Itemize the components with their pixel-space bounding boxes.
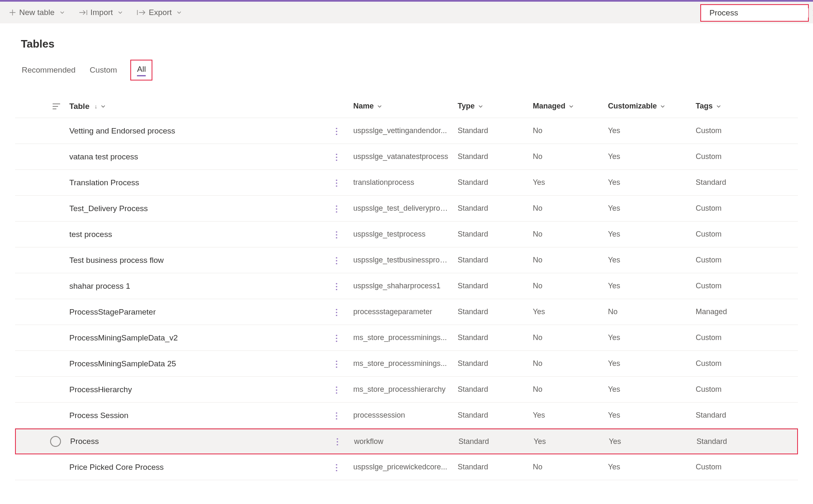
cell-table[interactable]: test process⋮ (69, 230, 353, 239)
column-header-managed[interactable]: Managed (533, 102, 608, 111)
table-row[interactable]: ProcessMiningSampleData_v2⋮ms_store_proc… (15, 325, 798, 351)
export-icon (137, 10, 145, 15)
tab-all[interactable]: All (130, 60, 152, 81)
row-more-button[interactable]: ⋮ (332, 229, 341, 239)
table-row[interactable]: Process Session⋮processsessionStandardYe… (15, 403, 798, 428)
tab-list: Recommended Custom All (21, 60, 798, 81)
tab-custom[interactable]: Custom (89, 63, 118, 77)
cell-table[interactable]: ProcessStageParameter⋮ (69, 307, 353, 317)
row-select-radio[interactable] (50, 436, 61, 447)
row-more-button[interactable]: ⋮ (332, 152, 341, 162)
tab-all-label: All (137, 65, 146, 73)
cell-table[interactable]: ProcessHierarchy⋮ (69, 385, 353, 394)
chevron-down-icon (660, 104, 665, 109)
chevron-down-icon (569, 104, 574, 109)
grid-body: Vetting and Endorsed process⋮uspsslge_ve… (15, 118, 798, 480)
row-more-button[interactable]: ⋮ (332, 126, 341, 136)
table-row[interactable]: shahar process 1⋮uspsslge_shaharprocess1… (15, 273, 798, 299)
grid-header-row: Table ↓ Name Type Managed Customizable (15, 95, 798, 118)
table-row[interactable]: Vetting and Endorsed process⋮uspsslge_ve… (15, 118, 798, 144)
column-header-type[interactable]: Type (458, 102, 533, 111)
cell-tags: Custom (696, 152, 790, 161)
cell-type: Standard (458, 256, 533, 265)
cell-table[interactable]: vatana test process⋮ (69, 152, 353, 161)
cell-managed: No (533, 256, 608, 265)
cell-table[interactable]: Test_Delivery Process⋮ (69, 204, 353, 213)
command-bar: New table Import Export (0, 0, 813, 23)
column-header-table[interactable]: Table ↓ (69, 102, 353, 111)
cell-customizable: Yes (608, 411, 696, 420)
row-more-button[interactable]: ⋮ (332, 462, 341, 472)
table-row[interactable]: Price Picked Core Process⋮uspsslge_price… (15, 454, 798, 480)
column-header-tags[interactable]: Tags (696, 102, 790, 111)
cell-table-label: ProcessStageParameter (69, 307, 156, 317)
chevron-down-icon (177, 10, 182, 15)
column-header-index[interactable] (15, 103, 69, 109)
row-more-button[interactable]: ⋮ (333, 436, 342, 446)
cell-table[interactable]: ProcessMiningSampleData 25⋮ (69, 359, 353, 368)
cell-table[interactable]: Process⋮ (70, 437, 354, 446)
cell-managed: Yes (533, 411, 608, 420)
row-more-button[interactable]: ⋮ (332, 255, 341, 265)
table-row[interactable]: Test business process flow⋮uspsslge_test… (15, 247, 798, 273)
cell-table[interactable]: Process Session⋮ (69, 411, 353, 420)
table-row[interactable]: test process⋮uspsslge_testprocessStandar… (15, 222, 798, 247)
cell-name: uspsslge_pricewickedcore... (353, 463, 458, 471)
row-more-button[interactable]: ⋮ (332, 385, 341, 395)
table-row[interactable]: ProcessMiningSampleData 25⋮ms_store_proc… (15, 351, 798, 377)
tab-recommended[interactable]: Recommended (21, 63, 76, 77)
search-box[interactable] (700, 4, 809, 22)
new-table-button[interactable]: New table (6, 5, 68, 20)
row-more-button[interactable]: ⋮ (332, 333, 341, 343)
cell-table[interactable]: Price Picked Core Process⋮ (69, 463, 353, 472)
cell-table[interactable]: Translation Process⋮ (69, 178, 353, 187)
column-header-customizable[interactable]: Customizable (608, 102, 696, 111)
list-icon (53, 103, 60, 109)
cell-customizable: Yes (608, 282, 696, 290)
row-more-button[interactable]: ⋮ (332, 281, 341, 291)
chevron-down-icon (478, 104, 483, 109)
cell-name: processstageparameter (353, 307, 458, 316)
row-more-button[interactable]: ⋮ (332, 411, 341, 421)
cell-name: uspsslge_test_deliveryproc... (353, 204, 458, 213)
row-more-button[interactable]: ⋮ (332, 178, 341, 188)
cell-name: ms_store_processhierarchy (353, 385, 458, 394)
cell-name: workflow (354, 437, 458, 446)
cell-managed: No (533, 359, 608, 368)
cell-type: Standard (458, 333, 533, 342)
row-more-button[interactable]: ⋮ (332, 359, 341, 369)
cell-tags: Custom (696, 126, 790, 135)
table-row[interactable]: vatana test process⋮uspsslge_vatanatestp… (15, 144, 798, 170)
row-select-cell[interactable] (16, 436, 70, 447)
table-row[interactable]: ProcessStageParameter⋮processstageparame… (15, 299, 798, 325)
cell-name: uspsslge_vatanatestprocess (353, 152, 458, 161)
cell-table-label: Process Session (69, 411, 129, 420)
import-button[interactable]: Import (76, 5, 127, 20)
cell-table[interactable]: ProcessMiningSampleData_v2⋮ (69, 333, 353, 343)
table-row[interactable]: Process⋮workflowStandardYesYesStandard (15, 428, 798, 454)
row-more-button[interactable]: ⋮ (332, 307, 341, 317)
cell-table-label: Process (70, 437, 99, 446)
cell-type: Standard (458, 152, 533, 161)
cell-type: Standard (458, 385, 533, 394)
cell-name: ms_store_processminings... (353, 359, 458, 368)
table-row[interactable]: Test_Delivery Process⋮uspsslge_test_deli… (15, 196, 798, 222)
cell-managed: No (533, 204, 608, 213)
plus-icon (9, 9, 16, 16)
table-row[interactable]: ProcessHierarchy⋮ms_store_processhierarc… (15, 377, 798, 403)
search-input[interactable] (709, 8, 808, 18)
row-more-button[interactable]: ⋮ (332, 204, 341, 214)
cell-table[interactable]: Test business process flow⋮ (69, 256, 353, 265)
cell-managed: No (533, 282, 608, 290)
cell-table-label: Test business process flow (69, 256, 164, 265)
cell-type: Standard (458, 230, 533, 239)
column-header-name[interactable]: Name (353, 102, 458, 111)
cell-table[interactable]: Vetting and Endorsed process⋮ (69, 126, 353, 136)
cell-managed: Yes (533, 307, 608, 316)
export-label: Export (149, 8, 172, 17)
cell-managed: Yes (534, 437, 609, 446)
export-button[interactable]: Export (134, 5, 185, 20)
cell-tags: Standard (696, 178, 790, 187)
table-row[interactable]: Translation Process⋮translationprocessSt… (15, 170, 798, 196)
cell-table[interactable]: shahar process 1⋮ (69, 282, 353, 291)
